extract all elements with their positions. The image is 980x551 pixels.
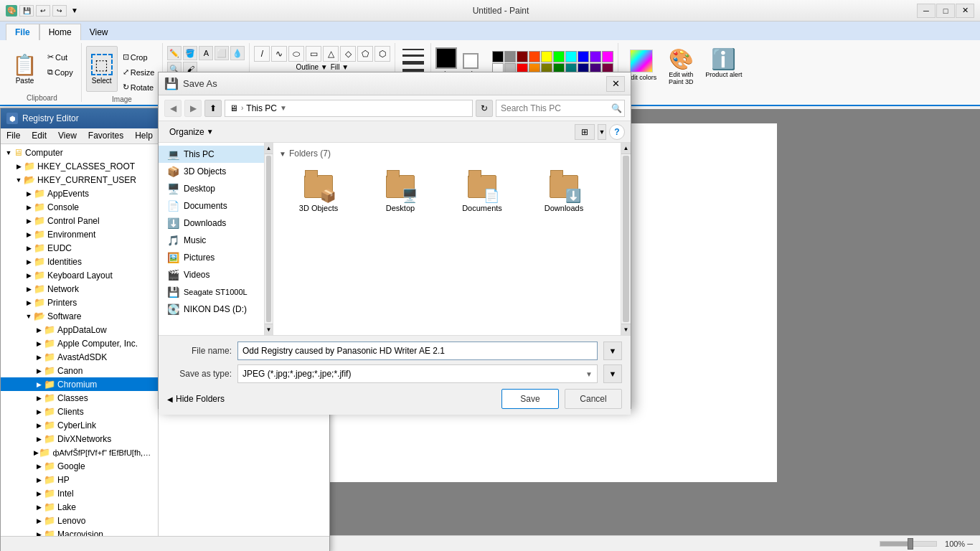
file-item-desktop[interactable]: 🖥️ Desktop: [361, 164, 440, 217]
tree-classes[interactable]: ▶ 📁 Classes: [1, 391, 158, 405]
fill-btn[interactable]: Fill ▼: [331, 63, 349, 71]
palette-yellow[interactable]: [541, 51, 552, 62]
tree-clients[interactable]: ▶ 📁 Clients: [1, 405, 158, 418]
tree-canon[interactable]: ▶ 📁 Canon: [1, 364, 158, 377]
dialog-files-area[interactable]: ▼ Folders (7) 📦 3D Objects: [273, 143, 621, 335]
tree-chromium[interactable]: ▶ 📁 Chromium: [1, 377, 158, 391]
tree-eudc[interactable]: ▶ 📁 EUDC: [1, 241, 158, 255]
sidebar-pictures[interactable]: 🖼️ Pictures: [159, 249, 273, 266]
tree-appevents[interactable]: ▶ 📁 AppEvents: [1, 187, 158, 200]
redo-quick-btn[interactable]: ↪: [52, 5, 67, 17]
select-button[interactable]: ⬚ Select: [86, 46, 118, 92]
nav-search-box[interactable]: 🔍: [496, 100, 625, 117]
zoom-thumb[interactable]: [908, 538, 913, 550]
tree-avastadsdk[interactable]: ▶ 📁 AvastAdSDK: [1, 350, 158, 364]
palette-orange[interactable]: [529, 51, 540, 62]
palette-lime[interactable]: [553, 51, 565, 62]
tree-keyboardlayout[interactable]: ▶ 📁 Keyboard Layout: [1, 268, 158, 282]
tree-google[interactable]: ▶ 📁 Google: [1, 459, 158, 473]
tree-hkcu[interactable]: ▼ 📂 HKEY_CURRENT_USER: [1, 173, 158, 187]
sidebar-nikon[interactable]: 💽 NIKON D4S (D:): [159, 301, 273, 318]
text-tool[interactable]: A: [199, 46, 213, 60]
filename-dropdown[interactable]: ▼: [603, 342, 622, 360]
curve-shape[interactable]: ∿: [271, 46, 287, 62]
file-item-downloads[interactable]: ⬇️ Downloads: [524, 164, 603, 217]
crop-button[interactable]: ⊡ Crop: [119, 50, 159, 64]
size-3[interactable]: [402, 61, 424, 65]
tree-console[interactable]: ▶ 📁 Console: [1, 200, 158, 214]
help-button[interactable]: ?: [609, 124, 625, 140]
view-options-button[interactable]: ⊞: [575, 124, 595, 140]
tree-environment[interactable]: ▶ 📁 Environment: [1, 227, 158, 241]
computer-expand[interactable]: ▼: [4, 149, 14, 156]
cut-button[interactable]: ✂ Cut: [44, 50, 77, 64]
undo-quick-btn[interactable]: ↩: [36, 5, 50, 17]
palette-magenta[interactable]: [602, 51, 613, 62]
pencil-tool[interactable]: ✏️: [167, 46, 182, 60]
sidebar-scroll-down[interactable]: ▼: [265, 324, 273, 335]
sidebar-documents[interactable]: 📄 Documents: [159, 197, 273, 215]
file-item-documents[interactable]: 📄 Documents: [443, 164, 522, 217]
reg-menu-file[interactable]: File: [1, 128, 26, 143]
save-button[interactable]: Save: [501, 389, 559, 409]
tree-cyberlink[interactable]: ▶ 📁 CyberLink: [1, 418, 158, 432]
diamond-shape[interactable]: ◇: [340, 46, 356, 62]
sidebar-videos[interactable]: 🎬 Videos: [159, 266, 273, 283]
maximize-button[interactable]: □: [936, 4, 955, 18]
sidebar-scroll-up[interactable]: ▲: [265, 143, 273, 154]
tree-japanese[interactable]: ▶ 📁 фАfvfŠfP[fVf+f" fEfBfU[fh,Âll¬,³è,½f…: [1, 446, 158, 459]
edit-with-paint3d-button[interactable]: 🎨 Edit with Paint 3D: [663, 46, 699, 99]
palette-blue[interactable]: [578, 51, 589, 62]
savetype-select[interactable]: JPEG (*.jpg;*.jpeg;*.jpe;*.jfif) ▼: [237, 364, 598, 383]
tree-network[interactable]: ▶ 📁 Network: [1, 282, 158, 296]
reg-menu-favorites[interactable]: Favorites: [83, 128, 129, 143]
palette-purple[interactable]: [590, 51, 601, 62]
fill-tool[interactable]: 🪣: [183, 46, 197, 60]
size-1[interactable]: [402, 49, 424, 50]
minimize-button[interactable]: ─: [917, 4, 936, 18]
palette-gray[interactable]: [504, 51, 516, 62]
product-alert-button[interactable]: ℹ️ Product alert: [700, 46, 747, 99]
pentagon-shape[interactable]: ⬠: [357, 46, 373, 62]
palette-darkred[interactable]: [517, 51, 528, 62]
oval-shape[interactable]: ⬭: [288, 46, 304, 62]
size-2[interactable]: [402, 55, 424, 57]
copy-button[interactable]: ⧉ Copy: [44, 65, 77, 79]
view-dropdown-button[interactable]: ▼: [598, 124, 606, 140]
outline-btn[interactable]: Outline ▼: [296, 63, 327, 71]
line-shape[interactable]: /: [254, 46, 270, 62]
nav-back-button[interactable]: ◀: [164, 100, 182, 117]
palette-cyan[interactable]: [565, 51, 577, 62]
path-thispc[interactable]: This PC: [246, 103, 277, 113]
reg-menu-help[interactable]: Help: [129, 128, 159, 143]
hkcr-expand[interactable]: ▶: [14, 163, 24, 170]
file-item-3dobjects[interactable]: 📦 3D Objects: [279, 164, 358, 217]
reg-menu-view[interactable]: View: [52, 128, 83, 143]
sidebar-seagate[interactable]: 💾 Seagate ST1000L: [159, 283, 273, 301]
paste-button[interactable]: 📋 Paste: [7, 46, 42, 92]
color1-swatch[interactable]: [435, 47, 457, 69]
eraser-tool[interactable]: ⬜: [215, 46, 229, 60]
file-tab[interactable]: File: [6, 24, 39, 40]
files-scroll-up[interactable]: ▲: [621, 143, 631, 154]
tree-hkcr[interactable]: ▶ 📁 HKEY_CLASSES_ROOT: [1, 159, 158, 173]
tree-applecomputer[interactable]: ▶ 📁 Apple Computer, Inc.: [1, 336, 158, 350]
tree-divxnetworks[interactable]: ▶ 📁 DivXNetworks: [1, 432, 158, 446]
files-scroll-down[interactable]: ▼: [621, 324, 631, 335]
palette-black[interactable]: [492, 51, 504, 62]
tree-computer[interactable]: ▼ 🖥 Computer: [1, 146, 158, 159]
rect-shape[interactable]: ▭: [306, 46, 321, 62]
sidebar-3dobjects[interactable]: 📦 3D Objects: [159, 163, 273, 180]
hkcu-expand[interactable]: ▼: [14, 176, 24, 184]
resize-button[interactable]: ⤢ Resize: [119, 65, 159, 79]
sidebar-music[interactable]: 🎵 Music: [159, 232, 273, 249]
organize-button[interactable]: Organize ▼: [164, 125, 219, 139]
search-input[interactable]: [501, 103, 608, 113]
nav-up-button[interactable]: ⬆: [204, 100, 222, 117]
color2-swatch[interactable]: [463, 53, 479, 69]
tree-identities[interactable]: ▶ 📁 Identities: [1, 255, 158, 268]
tree-lenovo[interactable]: ▶ 📁 Lenovo: [1, 514, 158, 527]
sidebar-desktop[interactable]: 🖥️ Desktop: [159, 180, 273, 197]
hide-folders-toggle[interactable]: ◀ Hide Folders: [167, 394, 225, 404]
save-quick-btn[interactable]: 💾: [19, 5, 34, 17]
